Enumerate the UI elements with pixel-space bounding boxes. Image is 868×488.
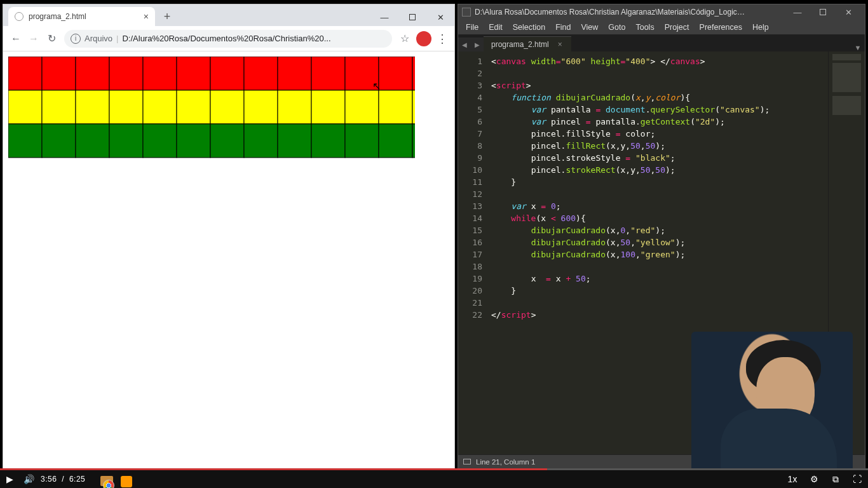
menu-selection[interactable]: Selection [508,23,550,32]
progress-bar[interactable] [0,468,868,470]
volume-icon[interactable]: 🔊 [19,474,38,484]
address-bar[interactable]: i Arquivo | D:/Alura%20Rosa/Documentos%2… [64,30,392,48]
settings-gear-icon[interactable]: ⚙ [803,474,825,484]
sublime-tabstrip: ◀ ▶ programa_2.html × ▼ [458,35,865,51]
bookmark-star-icon[interactable]: ☆ [396,30,414,48]
close-tab-icon[interactable]: × [558,40,562,49]
rendered-canvas [8,57,415,158]
chrome-toolbar: ← → ↻ i Arquivo | D:/Alura%20Rosa/Docume… [3,26,454,51]
forward-button[interactable]: → [25,30,43,48]
sublime-menubar: FileEditSelectionFindViewGotoToolsProjec… [458,20,865,35]
chrome-more-icon[interactable]: ⋮ [434,32,451,46]
maximize-button[interactable] [810,8,836,17]
close-window-button[interactable]: ✕ [836,8,861,17]
maximize-button[interactable] [398,8,426,26]
close-tab-icon[interactable]: × [144,11,149,22]
menu-view[interactable]: View [576,23,603,32]
pip-icon[interactable]: ⧉ [825,474,846,485]
fullscreen-icon[interactable]: ⛶ [846,474,868,484]
minimize-button[interactable]: — [370,8,398,26]
back-button[interactable]: ← [7,30,25,48]
webcam-overlay [691,332,853,471]
editor-tab[interactable]: programa_2.html × [484,36,571,51]
sublime-icon[interactable] [121,476,132,487]
menu-project[interactable]: Project [660,23,695,32]
omnibox-label: Arquivo [85,34,112,43]
line-gutter: 12345678910111213141516171819202122 [458,51,487,454]
sublime-title-path: D:\Alura Rosa\Documentos Rosa\Christian … [475,8,748,17]
menu-find[interactable]: Find [550,23,576,32]
chrome-icon[interactable] [103,480,114,488]
chrome-window: programa_2.html × + — ✕ ← → ↻ i Arquivo … [3,4,455,469]
reload-button[interactable]: ↻ [43,30,60,48]
menu-tools[interactable]: Tools [630,23,659,32]
browser-tab[interactable]: programa_2.html × [8,7,155,26]
close-window-button[interactable]: ✕ [426,8,454,26]
sublime-app-icon [462,8,471,17]
sublime-titlebar: D:\Alura Rosa\Documentos Rosa\Christian … [458,4,865,20]
speed-button[interactable]: 1x [782,474,803,484]
status-cursor-pos: Line 21, Column 1 [476,458,535,466]
site-info-icon[interactable]: i [71,34,81,44]
video-player-bar: ▶ 🔊 3:56 / 6:25 1x ⚙ ⧉ ⛶ [0,470,868,488]
tab-nav-back-icon[interactable]: ◀ [458,37,471,51]
tab-dropdown-icon[interactable]: ▼ [851,44,865,51]
editor-tab-label: programa_2.html [491,40,549,49]
time-display: 3:56 / 6:25 [41,475,85,484]
sublime-window-controls: — ✕ [785,8,861,17]
play-button[interactable]: ▶ [0,474,19,484]
omnibox-url: D:/Alura%20Rosa/Documentos%20Rosa/Christ… [122,34,330,43]
chrome-window-controls: — ✕ [370,8,454,26]
menu-preferences[interactable]: Preferences [695,23,747,32]
page-favicon [15,12,24,21]
menu-goto[interactable]: Goto [603,23,630,32]
tab-title: programa_2.html [29,12,86,21]
chrome-tabstrip: programa_2.html × + — ✕ [3,4,454,26]
panel-icon[interactable] [463,459,471,464]
new-tab-button[interactable]: + [159,8,175,25]
menu-file[interactable]: File [461,23,484,32]
page-viewport [3,51,454,468]
tab-nav-fwd-icon[interactable]: ▶ [471,37,484,51]
minimize-button[interactable]: — [785,8,810,17]
taskbar-icons [100,476,132,487]
menu-edit[interactable]: Edit [484,23,508,32]
menu-help[interactable]: Help [747,23,774,32]
profile-avatar[interactable] [416,31,431,46]
